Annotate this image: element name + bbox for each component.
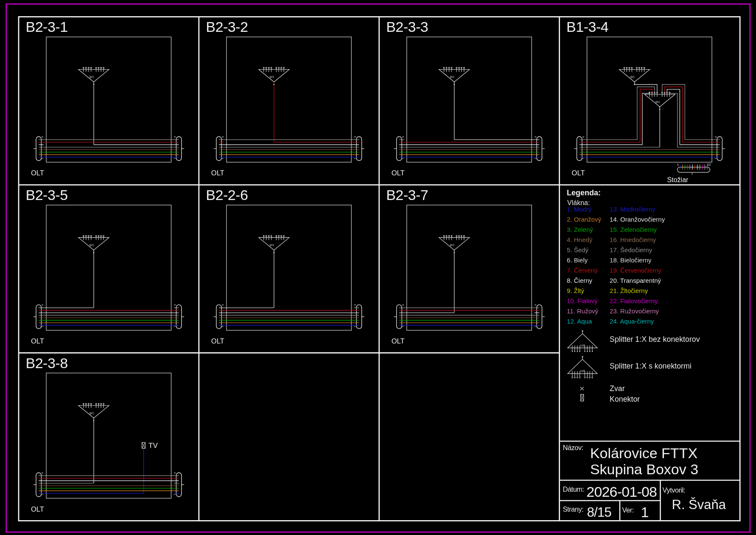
svg-text:14. Oranžovočierny: 14. Oranžovočierny — [610, 216, 665, 223]
svg-text:8. Čierny: 8. Čierny — [567, 277, 593, 284]
svg-text:1: 1 — [221, 326, 224, 327]
svg-text:1: 1 — [174, 158, 176, 159]
svg-text:R. Švaňa: R. Švaňa — [672, 497, 726, 512]
svg-text:1x8: 1x8 — [90, 412, 94, 415]
svg-text:16. Hnedočierny: 16. Hnedočierny — [610, 236, 656, 243]
svg-text:B2-3-8: B2-3-8 — [26, 355, 68, 371]
svg-text:12. Aqua: 12. Aqua — [567, 318, 592, 325]
svg-text:5. Šedý: 5. Šedý — [567, 246, 588, 253]
svg-text:8: 8 — [221, 136, 224, 138]
svg-text:Skupina Boxov 3: Skupina Boxov 3 — [590, 461, 698, 477]
svg-text:8: 8 — [174, 304, 176, 306]
svg-text:OLT: OLT — [31, 169, 44, 177]
svg-text:1: 1 — [41, 326, 44, 327]
svg-text:12: 12 — [707, 163, 711, 166]
svg-text:8: 8 — [714, 136, 717, 138]
svg-text:1: 1 — [41, 494, 44, 496]
svg-text:Legenda:: Legenda: — [567, 189, 601, 197]
svg-text:1: 1 — [174, 494, 176, 496]
svg-text:Strany:: Strany: — [563, 505, 584, 513]
svg-text:20. Transparentný: 20. Transparentný — [610, 277, 661, 284]
svg-text:8: 8 — [354, 136, 357, 138]
svg-text:8: 8 — [354, 304, 357, 306]
svg-text:1: 1 — [582, 158, 585, 159]
svg-text:B2-3-7: B2-3-7 — [386, 187, 428, 203]
svg-text:2026-01-08: 2026-01-08 — [586, 484, 657, 500]
svg-text:8: 8 — [41, 472, 44, 474]
svg-text:8: 8 — [402, 136, 405, 138]
svg-text:11. Ružový: 11. Ružový — [567, 307, 598, 315]
svg-text:1: 1 — [354, 326, 357, 327]
svg-text:1: 1 — [221, 158, 224, 159]
svg-text:OLT: OLT — [392, 169, 405, 177]
svg-text:1x8: 1x8 — [580, 369, 585, 372]
svg-text:15. Zelenočierny: 15. Zelenočierny — [610, 226, 657, 233]
svg-text:Ver:: Ver: — [622, 506, 634, 514]
svg-text:Kolárovice FTTX: Kolárovice FTTX — [590, 445, 697, 461]
svg-text:1x8: 1x8 — [450, 244, 454, 247]
svg-text:1: 1 — [402, 326, 405, 327]
svg-text:1. Modrý: 1. Modrý — [567, 206, 592, 213]
svg-text:B2-3-3: B2-3-3 — [386, 19, 428, 35]
svg-text:1: 1 — [174, 326, 176, 327]
svg-text:OLT: OLT — [211, 337, 224, 345]
svg-text:6. Biely: 6. Biely — [567, 256, 588, 264]
svg-text:Názov:: Názov: — [563, 444, 583, 451]
svg-text:B2-3-2: B2-3-2 — [206, 19, 248, 35]
svg-text:8: 8 — [402, 304, 405, 306]
svg-text:1x8: 1x8 — [450, 76, 454, 79]
svg-text:24. Aqua-čierny: 24. Aqua-čierny — [610, 318, 654, 325]
svg-text:1: 1 — [534, 326, 537, 327]
svg-text:OLT: OLT — [392, 337, 405, 345]
svg-text:Stožiar: Stožiar — [667, 176, 689, 183]
svg-text:1x8: 1x8 — [630, 76, 635, 79]
svg-text:7. Červený: 7. Červený — [567, 267, 598, 274]
svg-text:1: 1 — [714, 158, 717, 159]
svg-text:8: 8 — [41, 304, 44, 306]
svg-text:18. Bieločierny: 18. Bieločierny — [610, 256, 652, 264]
svg-text:Splitter 1:X bez konektorov: Splitter 1:X bez konektorov — [610, 335, 700, 344]
svg-text:1: 1 — [534, 158, 537, 159]
svg-text:8: 8 — [174, 136, 176, 138]
svg-text:8: 8 — [534, 304, 537, 306]
svg-text:OLT: OLT — [572, 169, 585, 177]
svg-text:OLT: OLT — [31, 505, 44, 513]
svg-text:B2-2-6: B2-2-6 — [206, 187, 248, 203]
svg-text:Konektor: Konektor — [610, 395, 640, 403]
svg-text:17. Šedočierny: 17. Šedočierny — [610, 246, 652, 253]
svg-text:1x8: 1x8 — [655, 101, 660, 104]
svg-text:13. Modročierny: 13. Modročierny — [610, 206, 655, 213]
svg-text:23. Ružovočierny: 23. Ružovočierny — [610, 307, 659, 315]
svg-text:19. Červenočierny: 19. Červenočierny — [610, 267, 661, 274]
svg-text:1x8: 1x8 — [269, 244, 274, 247]
svg-text:9. Žltý: 9. Žltý — [567, 287, 584, 294]
svg-text:22. Fialovočierny: 22. Fialovočierny — [610, 297, 658, 304]
svg-text:TV: TV — [148, 442, 158, 450]
svg-text:8: 8 — [534, 136, 537, 138]
svg-text:Vlákna:: Vlákna: — [567, 199, 590, 206]
svg-text:B2-3-1: B2-3-1 — [26, 19, 68, 35]
svg-text:OLT: OLT — [211, 169, 224, 177]
svg-text:1: 1 — [41, 158, 44, 159]
svg-text:Dátum:: Dátum: — [563, 485, 584, 493]
svg-text:Zvar: Zvar — [610, 384, 625, 393]
svg-text:1: 1 — [354, 158, 357, 159]
svg-text:B1-3-4: B1-3-4 — [566, 19, 608, 35]
svg-text:2. Oranžový: 2. Oranžový — [567, 216, 601, 223]
svg-text:1: 1 — [677, 163, 679, 166]
svg-text:1x8: 1x8 — [580, 344, 585, 347]
svg-text:8/15: 8/15 — [587, 504, 611, 520]
svg-text:1x8: 1x8 — [90, 244, 94, 247]
svg-text:OLT: OLT — [31, 337, 44, 345]
svg-text:Splitter 1:X s konektormi: Splitter 1:X s konektormi — [610, 362, 692, 370]
svg-text:8: 8 — [41, 136, 44, 138]
svg-text:B2-3-5: B2-3-5 — [26, 187, 68, 203]
svg-text:4. Hnedý: 4. Hnedý — [567, 236, 593, 243]
svg-text:8: 8 — [221, 304, 224, 306]
svg-text:8: 8 — [174, 472, 176, 474]
svg-text:1: 1 — [641, 504, 649, 520]
svg-text:3. Zelený: 3. Zelený — [567, 226, 593, 233]
svg-text:8: 8 — [582, 136, 585, 138]
svg-text:1x8: 1x8 — [269, 76, 274, 79]
svg-text:10. Fialový: 10. Fialový — [567, 297, 598, 304]
